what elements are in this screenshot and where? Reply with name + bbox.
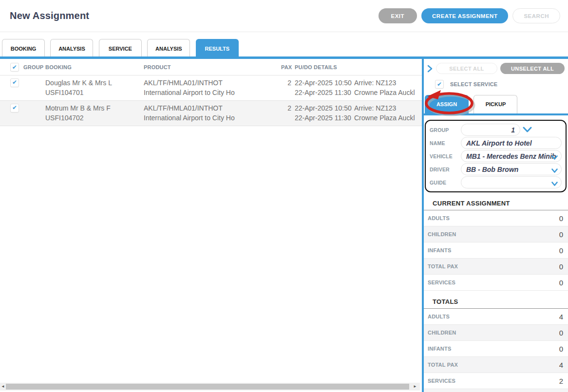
tab-results[interactable]: RESULTS [196,39,239,59]
vehicle-select[interactable]: MB1 - Mercedes Benz Minib [461,150,562,162]
product-code: AKL/TF/HMLA01/INTHOT [144,104,281,113]
tab-service[interactable]: SERVICE [99,39,142,59]
cell-group [23,104,45,123]
results-table-header: ✔ GROUP BOOKING PRODUCT PAX PU/DO DETAIL… [0,59,422,75]
assign-pickup-tabs: ASSIGN PICKUP [424,95,568,113]
stat-row: ASSIGNMENTS 1 [424,389,568,392]
stat-row: INFANTS 0 [424,243,568,259]
dropoff-detail: Crowne Plaza Auckl [354,88,415,98]
table-row: ✔ Douglas Mr K & Mrs L USFI104701 AKL/TF… [0,75,422,101]
select-service-checkbox[interactable]: ✔ [435,80,444,89]
name-label: NAME [429,140,461,146]
stat-label: INFANTS [428,247,451,253]
stat-row: TOTAL PAX 0 [424,259,568,275]
group-input[interactable]: 1 [461,124,520,136]
page-title: New Assignment [10,10,89,21]
tab-pickup[interactable]: PICKUP [473,95,517,113]
exit-button[interactable]: EXIT [379,8,417,23]
form-row-vehicle: VEHICLE MB1 - Mercedes Benz Minib [429,149,562,163]
tab-assign[interactable]: ASSIGN [425,95,469,113]
stat-value: 4 [559,361,563,369]
stat-value: 2 [559,377,563,385]
pickup-detail: Arrive: NZ123 [354,104,396,113]
select-all-button[interactable]: SELECT ALL [436,63,497,74]
form-row-guide: GUIDE [429,176,562,189]
stat-label: INFANTS [428,346,451,352]
vehicle-value: MB1 - Mercedes Benz Minib [466,152,556,160]
unselect-all-button[interactable]: UNSELECT ALL [500,63,565,74]
tab-booking[interactable]: BOOKING [2,39,45,59]
select-all-rows-checkbox[interactable]: ✔ [10,63,19,72]
column-booking: BOOKING [45,64,144,70]
scrollbar-left-arrow-icon[interactable]: ◄ [1,384,5,389]
table-row: ✔ Motrum Mr B & Mrs F USFI104702 AKL/TF/… [0,101,422,126]
current-assignment-title: CURRENT ASSIGNMENT [424,198,568,210]
assignment-panel: SELECT ALL UNSELECT ALL ✔ SELECT SERVICE… [424,59,568,392]
stat-label: TOTAL PAX [428,362,458,368]
select-service-row: ✔ SELECT SERVICE [424,74,568,89]
column-group: GROUP [23,64,45,70]
pickup-detail: Arrive: NZ123 [354,78,396,88]
stat-label: SERVICES [428,378,455,384]
row-checkbox[interactable]: ✔ [10,78,19,87]
vehicle-dropdown-chevron-icon[interactable] [551,154,558,162]
stat-value: 0 [559,279,563,287]
pickup-datetime: 22-Apr-2025 10:50 [295,104,354,113]
results-panel: ✔ GROUP BOOKING PRODUCT PAX PU/DO DETAIL… [0,59,424,392]
stat-label: SERVICES [428,280,455,285]
stat-value: 0 [559,214,563,223]
cell-product: AKL/TF/HMLA01/INTHOT International Airpo… [144,78,281,97]
vehicle-label: VEHICLE [429,153,461,159]
header-actions: EXIT CREATE ASSIGNMENT SEARCH [379,8,561,23]
collapse-panel-chevron-icon[interactable] [426,65,433,73]
totals-title: TOTALS [424,297,568,309]
scrollbar-right-arrow-icon[interactable]: ► [413,384,417,389]
stat-value: 4 [559,313,563,321]
column-pudo-details: PU/DO DETAILS [291,64,422,70]
create-assignment-button[interactable]: CREATE ASSIGNMENT [421,8,508,23]
cell-pudo: 22-Apr-2025 10:50 Arrive: NZ123 22-Apr-2… [291,104,422,123]
stat-value: 0 [559,246,563,255]
tab-analysis-1[interactable]: ANALYSIS [50,39,93,59]
driver-value: BB - Bob Brown [466,166,518,173]
booking-ref: USFI104701 [45,88,144,98]
stat-row: CHILDREN 0 [424,226,568,243]
stat-row: ADULTS 0 [424,210,568,226]
window-header: New Assignment EXIT CREATE ASSIGNMENT SE… [0,0,568,32]
group-dropdown-chevron-icon[interactable] [523,127,532,133]
cell-pax: 2 [281,104,291,123]
stat-value: 0 [559,345,563,353]
scrollbar-thumb[interactable] [6,384,409,390]
form-row-name: NAME AKL Airport to Hotel [429,136,562,149]
column-product: PRODUCT [144,64,281,70]
stat-label: TOTAL PAX [428,263,458,269]
booking-name: Motrum Mr B & Mrs F [45,104,144,113]
assign-form: GROUP 1 NAME AKL Airport to Hotel VEHICL… [425,120,567,192]
group-label: GROUP [429,127,461,133]
guide-select[interactable] [461,176,562,188]
stat-row: SERVICES 0 [424,275,568,291]
main-tabbar: BOOKING ANALYSIS SERVICE ANALYSIS RESULT… [0,32,568,59]
guide-dropdown-chevron-icon[interactable] [551,180,558,188]
cell-pax: 2 [281,78,291,97]
driver-label: DRIVER [429,167,461,172]
product-code: AKL/TF/HMLA01/INTHOT [144,78,281,88]
tab-analysis-2[interactable]: ANALYSIS [147,39,190,59]
guide-label: GUIDE [429,180,461,186]
cell-group [23,78,45,97]
product-desc: International Airport to City Ho [144,88,281,98]
cell-booking: Motrum Mr B & Mrs F USFI104702 [45,104,144,123]
dropoff-datetime: 22-Apr-2025 11:30 [295,88,354,98]
stat-value: 0 [559,329,563,337]
name-input[interactable]: AKL Airport to Hotel [461,137,562,149]
search-button[interactable]: SEARCH [512,8,560,23]
driver-select[interactable]: BB - Bob Brown [461,163,562,175]
product-desc: International Airport to City Ho [144,113,281,123]
booking-name: Douglas Mr K & Mrs L [45,78,144,88]
driver-dropdown-chevron-icon[interactable] [551,167,558,175]
stat-label: CHILDREN [428,231,456,237]
cell-booking: Douglas Mr K & Mrs L USFI104701 [45,78,144,97]
horizontal-scrollbar[interactable]: ◄ ► [0,383,420,391]
row-checkbox[interactable]: ✔ [10,104,19,112]
dropoff-datetime: 22-Apr-2025 11:30 [295,113,354,123]
